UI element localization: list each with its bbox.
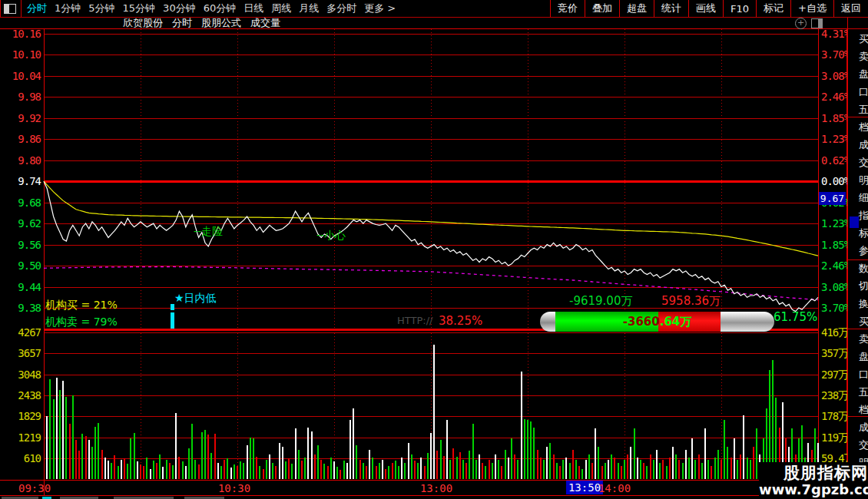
toolbar-button-7[interactable]: 标记	[756, 0, 790, 17]
toolbar-button-8[interactable]: +自选	[790, 0, 833, 17]
left-axis-label: 4267	[0, 326, 41, 339]
toolbar-button-1[interactable]: 竞价	[550, 0, 585, 17]
institution-buy-label: 机构买 = 21%	[45, 299, 118, 312]
menu-item-10[interactable]: 多分时	[326, 2, 356, 15]
toolbar-button-3[interactable]: 超盘	[619, 0, 654, 17]
last-price-badge: 9.67	[819, 192, 846, 205]
clipped-side-text: 细	[859, 191, 868, 205]
volume-bar	[75, 440, 77, 479]
menu-separator	[21, 0, 22, 17]
volume-bar	[569, 463, 571, 480]
volume-bar	[701, 463, 703, 479]
menu-item-11[interactable]: 更多 >	[364, 2, 396, 15]
volume-bar	[691, 438, 693, 479]
volume-bar	[662, 460, 664, 479]
volume-bar	[49, 379, 51, 479]
volume-bar	[621, 466, 622, 479]
volume-bar	[143, 466, 144, 479]
volume-bar	[217, 463, 219, 480]
volume-bar	[452, 448, 454, 479]
toolbar-button-6[interactable]: F10	[723, 0, 756, 17]
volume-bar	[282, 447, 283, 479]
right-axis-label: 3.08%	[821, 70, 850, 82]
volume-bar	[108, 461, 109, 479]
menu-item-2[interactable]: 1分钟	[55, 2, 81, 15]
volume-bar	[307, 428, 309, 479]
volume-bar	[472, 424, 474, 480]
volume-bar	[637, 458, 638, 479]
volume-bar	[524, 419, 525, 479]
volume-bar	[682, 463, 684, 479]
http-watermark-label: HTTP://	[397, 315, 432, 326]
right-axis-label: 0.62%	[821, 154, 850, 167]
volume-bar	[53, 399, 55, 479]
outflow-amount-label: -9619.00万	[569, 294, 632, 309]
buy-percent-label: 61.75%	[774, 310, 817, 324]
volume-bar	[656, 450, 658, 479]
volume-bar	[301, 461, 303, 479]
volume-bar	[185, 466, 187, 479]
menu-item-9[interactable]: 月线	[299, 2, 319, 15]
split-window-icon[interactable]	[811, 18, 823, 28]
volume-bar	[505, 450, 506, 479]
left-axis-label: 2438	[0, 389, 41, 402]
volume-bar	[624, 460, 625, 479]
volume-bar	[530, 421, 532, 479]
volume-bar	[323, 464, 325, 479]
left-axis-label: 10.10	[0, 48, 41, 61]
clipped-side-text: 卖	[859, 332, 868, 346]
menu-item-8[interactable]: 周线	[271, 2, 291, 15]
window-icon[interactable]	[4, 4, 16, 14]
volume-bar	[224, 460, 225, 479]
volume-bar	[159, 454, 161, 479]
right-axis-label: 1.85%	[821, 112, 850, 124]
volume-bar	[359, 460, 361, 479]
volume-bar	[747, 458, 748, 479]
volume-bar	[688, 458, 690, 479]
plus-circle-icon[interactable]: +	[795, 18, 807, 29]
volume-bar	[392, 463, 393, 479]
volume-bar	[553, 454, 555, 479]
volume-bar	[204, 430, 206, 479]
volume-bar	[191, 424, 193, 479]
volume-bar	[640, 460, 641, 479]
volume-bar	[578, 466, 580, 479]
volume-bar	[440, 440, 442, 479]
right-axis-label: 3.70%	[821, 302, 850, 314]
toolbar-button-9[interactable]: 返回	[833, 0, 868, 17]
menu-item-3[interactable]: 5分钟	[88, 2, 114, 15]
right-axis-label: 3.08%	[821, 281, 850, 293]
right-axis-label: 178万	[821, 410, 848, 424]
right-axis-label: 1.85%	[821, 239, 850, 251]
volume-bar	[424, 466, 426, 479]
formula-label[interactable]: 股朋公式	[201, 16, 241, 30]
volume-bar	[650, 454, 651, 479]
volume-bar	[379, 463, 380, 480]
menu-item-4[interactable]: 15分钟	[123, 2, 156, 15]
volume-bar	[194, 460, 196, 479]
volume-bar	[382, 460, 383, 479]
volume-bar	[240, 461, 241, 479]
volume-bar	[369, 450, 370, 479]
toolbar-button-2[interactable]: 叠加	[585, 0, 619, 17]
clipped-side-text: 交	[859, 156, 868, 170]
volume-bar	[646, 466, 648, 479]
menu-item-6[interactable]: 60分钟	[204, 2, 237, 15]
left-axis-label: 3657	[0, 347, 41, 359]
volume-bar	[595, 428, 596, 479]
menu-item-1[interactable]: 分时	[27, 2, 47, 15]
left-axis-label: 9.38	[0, 302, 41, 314]
menu-item-5[interactable]: 30分钟	[163, 2, 196, 15]
volume-bar	[366, 466, 367, 480]
toolbar-buttons: 竞价叠加超盘统计画线F10标记+自选返回	[550, 0, 868, 17]
volume-bar	[495, 454, 496, 479]
indicator-label[interactable]: 成交量	[250, 16, 280, 30]
volume-bar	[250, 438, 251, 479]
volume-bar	[743, 415, 744, 479]
right-panel-clipped: 买卖盘口五档成交明细指标参数切换买卖盘口五档成交明细	[847, 0, 868, 499]
toolbar-button-4[interactable]: 统计	[654, 0, 688, 17]
menu-item-7[interactable]: 日线	[244, 2, 263, 15]
toolbar-button-5[interactable]: 画线	[688, 0, 723, 17]
volume-bar	[634, 428, 635, 479]
volume-bar	[98, 423, 99, 479]
